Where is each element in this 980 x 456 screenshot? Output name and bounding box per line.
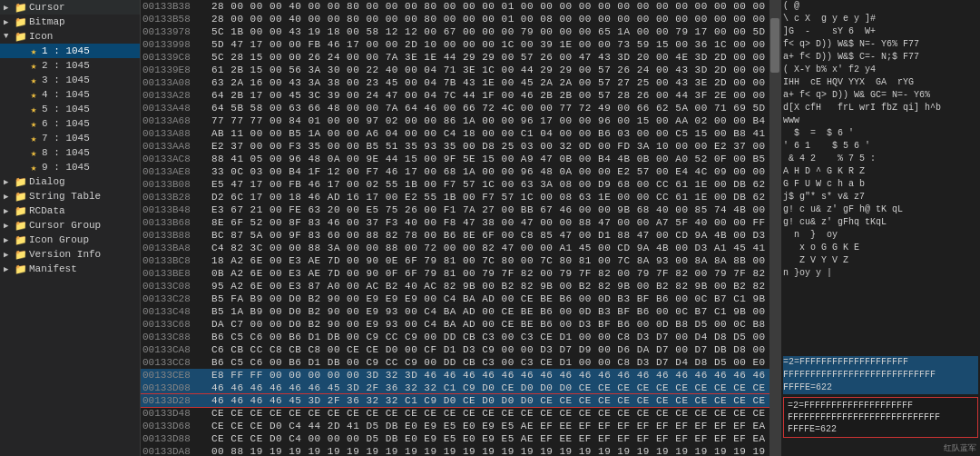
hex-row[interactable]: 00133C68DA C7 00 00 D0 B2 90 00 E9 93 00…	[141, 318, 769, 331]
hex-row[interactable]: 00133DA800 88 19 19 19 19 19 19 19 19 19…	[141, 445, 769, 456]
hex-row[interactable]: 00133C88B6 C5 C6 00 B6 D1 DB 00 C9 CC C9…	[141, 331, 769, 343]
hex-row[interactable]: 00133A88AB 11 00 00 B5 1A 00 00 A6 04 00…	[141, 127, 769, 140]
tree-item-icon-9[interactable]: ★9 : 1045	[0, 160, 140, 174]
hex-bytes: BC 87 5A 00 9F 83 60 00 88 82 78 00 B6 8…	[211, 230, 769, 241]
hex-row[interactable]: 00133B48E3 67 21 00 FE 63 20 00 E5 75 26…	[141, 203, 769, 216]
hex-bytes: 64 5B 58 00 63 66 48 00 00 7A 64 46 00 6…	[211, 103, 769, 114]
tree-item-icongroup[interactable]: ▶📁Icon Group	[0, 233, 140, 247]
folder-icon: 📁	[15, 249, 27, 261]
tree-item-label: 3 : 1045	[42, 74, 136, 85]
tree-item-label: 6 : 1045	[42, 118, 136, 129]
hex-row[interactable]: 00133C28B5 FA B9 00 D0 B2 90 00 E9 E9 E9…	[141, 292, 769, 305]
tree-item-rcdata[interactable]: ▶📁RCData	[0, 203, 140, 218]
tree-arrow	[16, 163, 27, 172]
hex-row[interactable]: 00133D88CE CE CE D0 C4 00 00 00 D5 DB E0…	[141, 432, 769, 445]
tree-arrow: ▶	[4, 264, 15, 274]
hex-row[interactable]: 00133BA8C4 82 3C 00 00 88 3A 00 00 88 00…	[141, 242, 769, 254]
hex-row[interactable]: 00133B08E5 47 17 00 FB 46 17 00 02 55 1B…	[141, 178, 769, 191]
hex-row[interactable]: 00133AC888 41 05 00 96 48 0A 00 9E 44 15…	[141, 153, 769, 165]
hex-address: 00133D88	[142, 433, 208, 444]
hex-row[interactable]: 00133B688E 6F 52 00 8F 83 46 00 37 F3 40…	[141, 216, 769, 229]
hex-address: 001339C8	[142, 52, 208, 63]
hex-bytes: D2 6C 17 00 18 46 AD 16 17 00 E2 55 1B 0…	[211, 192, 769, 203]
ascii-row: j$ g"* s* v& z7	[783, 191, 978, 203]
hex-address: 00133AE8	[142, 166, 208, 177]
hex-bytes: E3 67 21 00 FE 63 20 00 E5 75 26 00 F1 7…	[211, 204, 769, 215]
hex-address: 00133BC8	[142, 255, 208, 266]
hex-bytes: E8 FF FF 00 00 00 00 00 3D 32 3D 46 46 4…	[211, 370, 769, 381]
tree-item-icon-8[interactable]: ★8 : 1045	[0, 145, 140, 160]
hex-row[interactable]: 00133D68CE CE CE D0 C4 44 2D 41 D5 DB E0…	[141, 420, 769, 432]
watermark-text: 红队蓝军	[944, 443, 976, 452]
ascii-row: FFFFE=622	[783, 382, 978, 394]
hex-row[interactable]: 00133BE80B A2 6E 00 E3 AE 7D 00 90 0F 6F…	[141, 267, 769, 280]
hex-row[interactable]: 001339985D 47 17 00 00 FB 46 17 00 00 2D…	[141, 38, 769, 51]
hex-left[interactable]: 00133B3828 00 00 00 40 00 00 80 00 00 00…	[141, 0, 769, 456]
hex-row[interactable]: 00133B28D2 6C 17 00 18 46 AD 16 17 00 E2…	[141, 191, 769, 203]
scrollbar-track[interactable]	[769, 0, 780, 456]
tree-item-dialog[interactable]: ▶📁Dialog	[0, 174, 140, 189]
hex-row[interactable]: 00133AA8E2 37 00 00 F3 35 00 00 B5 51 35…	[141, 140, 769, 153]
hex-row[interactable]: 00133CA8C6 CB CC C8 CB C8 00 CE CE D0 00…	[141, 343, 769, 356]
hex-row[interactable]: 00133A6877 77 77 00 84 01 00 00 97 02 00…	[141, 114, 769, 127]
tree-item-cursorgroup[interactable]: ▶📁Cursor Group	[0, 218, 140, 233]
ascii-row: ' 6 1 $ 5 6 '	[783, 140, 978, 153]
hex-bytes: 46 46 46 46 45 3D 2F 36 32 32 C1 C9 D0 C…	[211, 395, 769, 406]
tree-arrow: ▶	[4, 250, 15, 260]
tree-item-icon-7[interactable]: ★7 : 1045	[0, 131, 140, 145]
hex-bytes: 0B A2 6E 00 E3 AE 7D 00 90 0F 6F 79 81 0…	[211, 268, 769, 279]
hex-bytes: 18 A2 6E 00 E3 AE 7D 00 90 0E 6F 79 81 0…	[211, 255, 769, 266]
tree-item-icon-2[interactable]: ★2 : 1045	[0, 58, 140, 73]
hex-address: 00133B58	[142, 14, 208, 25]
ascii-row: & 4 2 % 7 5 :	[783, 153, 978, 165]
hex-address: 00133C08	[142, 281, 208, 292]
hex-bytes: CE CE CE CE CE CE CE CE CE CE CE CE CE C…	[211, 408, 769, 419]
tree-item-manifest[interactable]: ▶📁Manifest	[0, 262, 140, 276]
hex-row[interactable]: 00133B88BC 87 5A 00 9F 83 60 00 88 82 78…	[141, 229, 769, 242]
hex-row[interactable]: 00133AE833 0C 03 00 B4 1F 12 00 F7 46 17…	[141, 165, 769, 178]
hex-address: 00133D08	[142, 382, 208, 393]
tree-item-icon-3[interactable]: ★3 : 1045	[0, 73, 140, 87]
hex-row[interactable]: 00133B5828 00 00 00 40 00 00 80 00 00 00…	[141, 13, 769, 25]
tree-item-bitmap[interactable]: ▶📁Bitmap	[0, 15, 140, 29]
tree-item-icon-6[interactable]: ★6 : 1045	[0, 116, 140, 131]
tree-item-icon-4[interactable]: ★4 : 1045	[0, 87, 140, 102]
hex-row[interactable]: 00133B3828 00 00 00 40 00 00 80 00 00 00…	[141, 0, 769, 13]
tree-item-versioninfo[interactable]: ▶📁Version Info	[0, 247, 140, 262]
tree-arrow	[16, 90, 27, 99]
scrollbar-thumb[interactable]	[770, 18, 779, 73]
hex-row[interactable]: 00133A4864 5B 58 00 63 66 48 00 00 7A 64…	[141, 102, 769, 114]
ascii-row	[783, 394, 978, 395]
hex-row[interactable]: 001339E861 2B 15 00 56 3A 30 00 22 40 00…	[141, 64, 769, 76]
tree-arrow	[16, 75, 27, 84]
ascii-row: Z V Y V Z	[783, 254, 978, 267]
hex-bytes: B5 1A B9 00 D0 B2 90 00 E9 93 00 C4 BA A…	[211, 306, 768, 317]
hex-row[interactable]: 00133D2846 46 46 46 45 3D 2F 36 32 32 C1…	[141, 394, 769, 407]
hex-row[interactable]: 00133A0863 2A 16 00 43 3A 38 00 23 45 00…	[141, 76, 769, 89]
tree-item-label: 4 : 1045	[42, 89, 136, 100]
hex-row[interactable]: 00133C0895 A2 6E 00 E3 87 A0 00 AC B2 40…	[141, 280, 769, 292]
hex-bytes: 5C 28 15 00 00 26 24 00 00 7A 3E 1E 44 2…	[211, 52, 769, 63]
tree-item-icon-1[interactable]: ★1 : 1045	[0, 44, 140, 58]
tree-item-stringtable[interactable]: ▶📁String Table	[0, 189, 140, 203]
hex-bytes: 00 88 19 19 19 19 19 19 19 19 19 19 19 1…	[211, 446, 769, 456]
hex-row[interactable]: 00133D0846 46 46 46 46 46 45 3D 2F 36 32…	[141, 382, 769, 394]
hex-address: 00133998	[142, 39, 208, 50]
tree-item-label: Cursor	[29, 2, 136, 13]
hex-row[interactable]: 00133CC8B6 C5 C6 00 B6 D1 DB 00 C9 CC C9…	[141, 356, 769, 369]
hex-row[interactable]: 001339C85C 28 15 00 00 26 24 00 00 7A 3E…	[141, 51, 769, 64]
hex-row[interactable]: 001339785C 1B 00 00 43 19 18 00 58 12 12…	[141, 25, 769, 38]
hex-row[interactable]: 00133D48CE CE CE CE CE CE CE CE CE CE CE…	[141, 407, 769, 420]
hex-row[interactable]: 00133CE8E8 FF FF 00 00 00 00 00 3D 32 3D…	[141, 369, 769, 382]
tree-item-icon-5[interactable]: ★5 : 1045	[0, 102, 140, 116]
hex-row[interactable]: 00133C48B5 1A B9 00 D0 B2 90 00 E9 93 00…	[141, 305, 769, 318]
ascii-row: FFFFFFFFFFFFFFFFFFFFFFFFFFFF	[783, 369, 978, 382]
hex-row[interactable]: 00133A2864 2B 17 00 45 3C 39 00 24 47 00…	[141, 89, 769, 102]
hex-row[interactable]: 00133BC818 A2 6E 00 E3 AE 7D 00 90 0E 6F…	[141, 254, 769, 267]
tree-item-icon[interactable]: ▼📁Icon	[0, 29, 140, 44]
tree-item-cursor[interactable]: ▶📁Cursor	[0, 0, 140, 15]
hex-bytes: 77 77 77 00 84 01 00 00 97 02 00 00 86 1…	[211, 115, 769, 126]
hex-bytes: CE CE CE D0 C4 00 00 00 D5 DB E0 E9 E5 E…	[211, 433, 769, 444]
hex-address: 00133D68	[142, 421, 208, 431]
ascii-row	[783, 280, 978, 292]
